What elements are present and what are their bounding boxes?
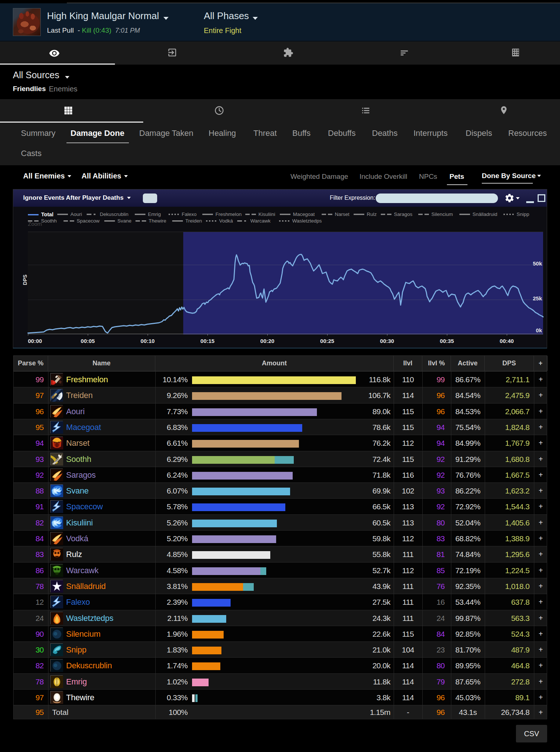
svg-text:00:20: 00:20 [260,338,274,344]
svg-text:00:10: 00:10 [141,338,155,344]
svg-text:00:05: 00:05 [81,338,95,344]
svg-text:50k: 50k [533,260,542,267]
svg-text:00:15: 00:15 [200,338,214,344]
svg-text:0k: 0k [536,327,542,333]
svg-text:00:35: 00:35 [440,338,454,344]
svg-text:00:00: 00:00 [28,338,42,344]
svg-text:00:30: 00:30 [380,338,394,344]
svg-text:00:25: 00:25 [320,338,334,344]
svg-text:25k: 25k [533,295,542,301]
svg-text:00:40: 00:40 [500,338,514,344]
